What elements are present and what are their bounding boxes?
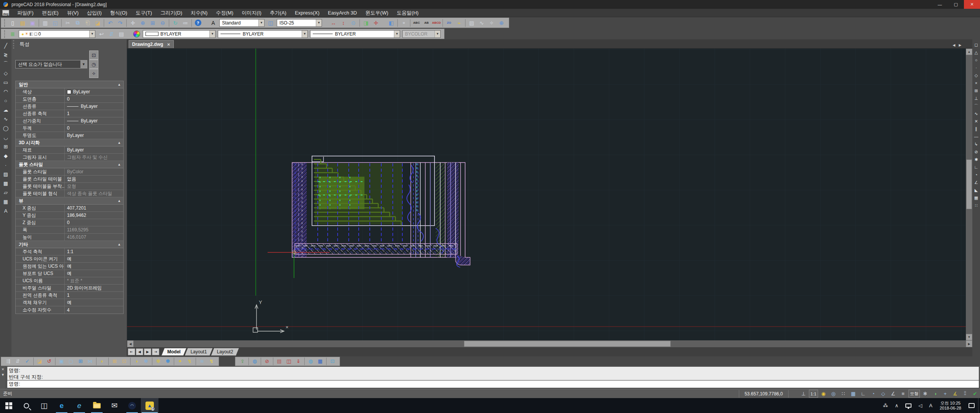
dim-baseline-icon[interactable]: ↕ (338, 18, 348, 27)
draw-arc-icon[interactable]: ⌒ (1, 59, 10, 68)
selection-dropdown[interactable]: 선택 요소가 없습니다 ▼ (15, 60, 87, 68)
draw-gradient-icon[interactable]: ▩ (1, 179, 10, 188)
layer-settings-icon[interactable]: ▤ (116, 29, 126, 38)
menu-4[interactable]: 삽입(I) (83, 9, 106, 17)
selection-filter-button[interactable]: ✧ (89, 69, 98, 78)
section-header-3[interactable]: 플롯 스타일▲ (16, 161, 123, 168)
select-add-button[interactable]: ⊡ (89, 50, 98, 60)
property-value[interactable]: 예 (65, 299, 123, 306)
chevron-down-icon[interactable]: ▼ (316, 20, 322, 26)
snap-perpendicular-icon[interactable]: ⊥ (973, 94, 980, 102)
snap-midpoint-icon[interactable]: △ (973, 49, 980, 56)
help-icon[interactable]: ? (193, 18, 203, 27)
layer-dim-icon[interactable]: ≋ (197, 357, 207, 365)
render-icon[interactable]: ✧ (487, 18, 497, 27)
section-header-1[interactable]: 일반▲ (16, 81, 123, 88)
collapse-icon[interactable]: ▲ (118, 199, 121, 203)
draw-line-icon[interactable]: ╱ (1, 41, 10, 50)
menu-12[interactable]: Express(X) (291, 9, 323, 17)
property-value[interactable]: 4 (65, 306, 123, 314)
dyn-ucs-icon[interactable]: ◣ (973, 186, 980, 194)
command-close-icon[interactable]: ✕ (2, 367, 5, 371)
color-wheel-icon[interactable] (133, 31, 140, 37)
snap-intersection-icon[interactable]: × (973, 79, 980, 87)
zoom-previous-icon[interactable]: ⊖ (158, 18, 168, 27)
progecad-app[interactable]: ▲18 (141, 398, 158, 413)
scroll-down-icon[interactable]: ▼ (966, 334, 972, 340)
copy-icon[interactable]: ⧉ (73, 18, 83, 27)
make-block-icon[interactable]: ◆ (1, 151, 10, 160)
section-header-5[interactable]: 기타▲ (16, 241, 123, 248)
zoom-object-icon[interactable]: ZO (444, 18, 454, 27)
snap-from-icon[interactable]: ↳ (973, 140, 980, 148)
minimize-button[interactable]: — (932, 0, 948, 9)
property-value[interactable]: 1:1 (65, 248, 123, 255)
first-tab-button[interactable]: ⇤ (128, 348, 135, 355)
lineweight-display-icon[interactable]: ≡ (898, 390, 908, 398)
layout-tab-layout2[interactable]: Layout2 (211, 348, 239, 356)
text-style-combo[interactable]: Standard▼ (219, 19, 265, 27)
draw-hatch-icon[interactable]: ▨ (1, 169, 10, 179)
menu-10[interactable]: 이미지(I) (238, 9, 266, 17)
network-icon[interactable] (902, 398, 915, 413)
vertical-scroll-thumb[interactable] (966, 159, 972, 209)
annotation-autoscale-icon[interactable]: ◎ (829, 390, 838, 398)
menu-8[interactable]: 치수(N) (186, 9, 212, 17)
print-icon[interactable]: ▥ (40, 18, 50, 27)
draw-table-icon[interactable]: ▦ (1, 197, 10, 206)
redo-icon[interactable]: ↷ (115, 18, 125, 27)
grid-toggle-icon[interactable]: ▦ (973, 194, 980, 202)
tab-drawing2[interactable]: Drawing2.dwg ✕ (129, 40, 174, 48)
purge-icon[interactable]: ⌁ (454, 18, 464, 27)
menu-5[interactable]: 형식(O) (106, 9, 132, 17)
last-tab-button[interactable]: ⇥ (152, 348, 159, 355)
settings-icon[interactable]: ✱ (921, 390, 930, 398)
snap-apparent-icon[interactable]: ✕ (973, 117, 980, 125)
maximize-button[interactable]: ▢ (948, 0, 964, 9)
draw-revision-cloud-icon[interactable]: ☁ (1, 105, 10, 114)
menu-9[interactable]: 수정(M) (212, 9, 238, 17)
pdf-export-icon[interactable]: ⇓ (294, 357, 303, 365)
polar-toggle-icon[interactable]: ◔ (973, 171, 980, 179)
vertical-scrollbar[interactable]: ▲ ▼ (966, 49, 972, 340)
point-marker-icon[interactable]: ✛ (371, 18, 381, 27)
object-snap-tracking-icon[interactable]: ∠ (889, 390, 898, 398)
edit-text-icon[interactable]: AB (421, 18, 431, 27)
snap-none-icon[interactable]: ⊘ (973, 148, 980, 156)
annotation-visibility-icon[interactable]: ◉ (819, 390, 828, 398)
wcs-tripod-icon[interactable]: ⊥ (799, 390, 808, 398)
menu-7[interactable]: 그리기(D) (156, 9, 186, 17)
ime-indicator[interactable]: A (926, 398, 936, 413)
draw-rectangle-icon[interactable]: ▭ (1, 78, 10, 87)
layer-vp-freeze-icon[interactable]: ✽ (163, 357, 173, 365)
snap-settings-icon[interactable]: ✱ (973, 156, 980, 163)
space-toggle-icon[interactable]: 모형 (908, 390, 920, 398)
quick-select-button[interactable]: ◷ (89, 60, 98, 69)
property-value[interactable]: 0 (65, 219, 123, 226)
property-value[interactable]: 0 (65, 96, 123, 102)
property-value[interactable]: 186,9462 (65, 212, 123, 219)
draw-polygon-icon[interactable]: ◇ (1, 68, 10, 78)
viewport-icon[interactable]: ◧ (386, 18, 396, 27)
draw-circle-icon[interactable]: ○ (1, 96, 10, 105)
steam-app[interactable]: ◠ (123, 398, 141, 413)
property-value[interactable]: ByLayer (65, 88, 123, 95)
layer-bright-icon[interactable]: ↯ (185, 357, 194, 365)
snap-extension-icon[interactable]: — (973, 133, 980, 140)
draw-point-icon[interactable]: · (1, 160, 10, 169)
layer-on-all-icon[interactable]: ◑ (132, 357, 141, 365)
layer-lock-icon[interactable]: ⊠ (110, 357, 119, 365)
search-button[interactable] (18, 398, 35, 413)
hatch-edit-icon[interactable]: ▨ (467, 18, 477, 27)
web-light-icon[interactable]: ◍ (306, 357, 315, 365)
new-file-icon[interactable]: ▯ (8, 18, 18, 27)
chevron-down-icon[interactable]: ▼ (89, 31, 95, 37)
dim-radius-icon[interactable]: ⊙ (348, 18, 358, 27)
menu-2[interactable]: 편집(E) (38, 9, 63, 17)
chevron-down-icon[interactable]: ▼ (258, 20, 264, 26)
save-file-icon[interactable]: ▣ (28, 18, 38, 27)
snap-insertion-icon[interactable]: ⊞ (973, 87, 980, 94)
undo-icon[interactable]: ↶ (105, 18, 115, 27)
collapse-icon[interactable]: ▲ (118, 141, 121, 145)
collapse-icon[interactable]: ▲ (118, 163, 121, 166)
